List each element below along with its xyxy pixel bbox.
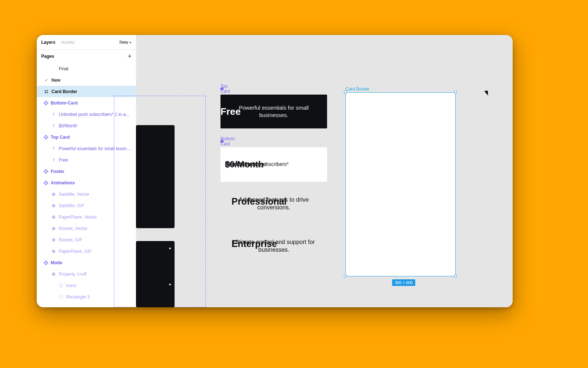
text-icon: T	[51, 158, 56, 162]
instance-icon	[51, 238, 55, 242]
tab-assets[interactable]: Assets	[61, 40, 75, 45]
instance-outline-icon	[59, 283, 63, 287]
text-icon: T	[51, 146, 56, 151]
instance-icon	[51, 215, 55, 219]
dark-card-clipped-1[interactable]	[136, 125, 175, 228]
pages-header-row: Pages +	[37, 50, 136, 63]
component-icon	[44, 181, 48, 185]
text-icon: T	[51, 124, 56, 128]
star-icon: ✦	[168, 246, 172, 251]
selection-handle[interactable]	[454, 91, 457, 93]
cursor-icon	[484, 89, 490, 95]
selection-handle[interactable]	[344, 91, 347, 93]
instance-icon	[51, 226, 55, 230]
instance-icon	[51, 192, 55, 196]
selected-frame[interactable]	[345, 92, 456, 276]
app-window: Layers Assets New Pages + Final New	[37, 35, 513, 307]
component-icon	[44, 135, 48, 139]
enterprise-subtitle: Ultimate control and support for busines…	[232, 238, 316, 254]
pages-header: Pages	[41, 54, 54, 59]
chevron-up-icon	[129, 42, 132, 43]
panel-tabs: Layers Assets New	[37, 35, 136, 50]
tab-layers[interactable]: Layers	[41, 40, 55, 45]
canvas[interactable]: ✦ ✦ Top Card Free Powerful essentials fo…	[136, 35, 513, 307]
check-icon	[51, 67, 56, 71]
professional-subtitle: Advanced features to drive conversions.	[232, 196, 316, 212]
component-icon	[44, 261, 48, 265]
frame-icon	[44, 89, 49, 94]
instance-icon	[51, 249, 55, 253]
selection-dimensions: 360 × 600	[392, 279, 415, 286]
star-icon: ✦	[168, 282, 172, 287]
selection-handle[interactable]	[454, 275, 457, 277]
ellipse-icon	[60, 295, 63, 298]
top-card-frame[interactable]: Free Powerful essentials for small busin…	[220, 95, 327, 128]
new-page-dropdown[interactable]: New	[119, 40, 132, 45]
selected-frame-label[interactable]: Card Border	[345, 86, 369, 92]
bottom-card-line: Email & SMS	[225, 161, 255, 168]
instance-icon	[51, 272, 55, 276]
instance-icon	[51, 204, 55, 208]
top-card-subtitle: Powerful essentials for small businesses…	[220, 104, 327, 119]
page-item[interactable]: Final	[37, 63, 136, 74]
text-icon: T	[51, 112, 56, 117]
component-icon	[44, 101, 48, 105]
check-icon	[44, 78, 49, 82]
component-icon	[44, 170, 48, 173]
selection-handle[interactable]	[344, 275, 347, 277]
new-page-label: New	[119, 40, 128, 45]
dark-card-clipped-2[interactable]: ✦ ✦	[136, 241, 175, 307]
bottom-card-frame[interactable]: $0/Month Unlimited push subscribers* 1 i…	[220, 147, 327, 182]
page-item[interactable]: New	[37, 74, 136, 86]
